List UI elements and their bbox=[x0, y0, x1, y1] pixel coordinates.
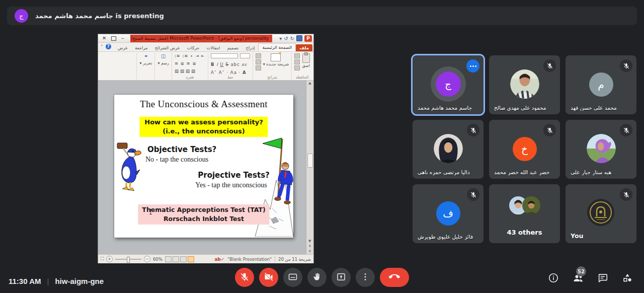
ppt-status-bar: ⛶ + − 60% ab✓ "Blank Presentation" شريحة… bbox=[98, 254, 313, 263]
text-cursor bbox=[150, 209, 151, 214]
pink-line-2: Rorschach Inkblot Test bbox=[142, 214, 265, 224]
zoom-out-button[interactable]: − bbox=[144, 256, 150, 262]
window-close-icon[interactable]: ✕ bbox=[102, 36, 106, 41]
help-icon[interactable]: ? bbox=[106, 44, 111, 49]
avatar bbox=[510, 69, 539, 99]
scroll-up-icon[interactable]: ▲ bbox=[308, 81, 311, 85]
clipboard-small-buttons[interactable] bbox=[294, 53, 300, 70]
next-slide-icon[interactable]: ⇟ bbox=[308, 249, 311, 253]
save-icon[interactable] bbox=[296, 35, 302, 41]
ppt-tab-6[interactable]: عرض الشرائح bbox=[151, 44, 184, 51]
scrollbar-thumb[interactable] bbox=[307, 154, 313, 168]
participant-tile[interactable]: ججاسم محمد هاشم محمد bbox=[413, 55, 484, 114]
present-button[interactable] bbox=[332, 268, 351, 287]
avatar-pair bbox=[509, 196, 540, 216]
slide-canvas[interactable]: The Unconscious & Assessment How can we … bbox=[114, 95, 293, 238]
slides-small-buttons[interactable] bbox=[256, 53, 261, 70]
yellow-line-1: How can we assess personality? bbox=[144, 118, 263, 127]
layout-icon[interactable] bbox=[256, 53, 261, 58]
mic-off-button[interactable] bbox=[235, 268, 254, 287]
previous-slide-icon[interactable]: ⇞ bbox=[308, 244, 311, 248]
mic-off-indicator bbox=[543, 59, 556, 72]
ppt-tab-1[interactable]: الصفحة الرئيسية bbox=[258, 43, 296, 51]
vertical-scrollbar[interactable]: ▲ ▼ ⇞ ⇟ bbox=[306, 81, 313, 254]
mic-off-indicator bbox=[620, 124, 632, 136]
participant-tile[interactable]: محمود علي مهدي صالح bbox=[489, 55, 560, 114]
minimize-ribbon-icon[interactable]: ⌃ bbox=[100, 44, 104, 49]
format-painter-icon[interactable] bbox=[294, 65, 300, 70]
new-slide-icon bbox=[271, 53, 281, 61]
ppt-tab-7[interactable]: مراجعة bbox=[131, 44, 151, 51]
ppt-tab-0[interactable]: ملف bbox=[296, 44, 312, 51]
participant-name: جاسم محمد هاشم محمد bbox=[418, 105, 472, 111]
paragraph-group[interactable]: ⁝≡ ⁝≡ ∙ ⇥ ⇤ ≡ ≣ ≡ ≣ ▤▤▤▤ فقرة bbox=[172, 53, 208, 80]
ppt-tab-8[interactable]: عرض bbox=[114, 44, 131, 51]
spellcheck-icon[interactable]: ab✓ bbox=[214, 257, 224, 262]
zoom-slider[interactable] bbox=[115, 259, 141, 260]
scroll-down-icon[interactable]: ▼ bbox=[308, 239, 311, 243]
window-maximize-icon[interactable] bbox=[111, 36, 116, 41]
find-binoculars-icon: ⚭ bbox=[144, 53, 148, 59]
sorter-view-icon[interactable] bbox=[180, 256, 187, 262]
edit-button[interactable]: تحرير ▾ bbox=[139, 61, 152, 65]
footer-panels: 52 bbox=[547, 273, 633, 285]
window-minimize-icon[interactable]: – bbox=[121, 36, 124, 41]
reset-icon[interactable] bbox=[256, 59, 261, 64]
participant-tile[interactable]: ممحمد علي حسن فهد bbox=[566, 55, 636, 114]
participant-tile[interactable]: داليا مرتضى حمزه ناهي bbox=[413, 120, 484, 179]
new-slide-button[interactable]: شريحة جديدة ▾ bbox=[263, 53, 289, 66]
quick-access-toolbar[interactable]: ▾ ↺ ↻ P bbox=[279, 35, 312, 42]
participant-tile[interactable]: هبه ستار جبار علي bbox=[566, 120, 636, 179]
participant-tile[interactable]: 43 others bbox=[489, 184, 560, 243]
leave-call-button[interactable] bbox=[380, 268, 409, 287]
qat-dropdown-icon[interactable]: ▾ bbox=[279, 36, 282, 41]
chat-panel-button[interactable] bbox=[597, 273, 609, 285]
call-controls bbox=[235, 268, 409, 287]
ppt-tab-3[interactable]: تصميم bbox=[224, 44, 243, 51]
ppt-tab-4[interactable]: انتقالات bbox=[203, 44, 223, 51]
participant-name: داليا مرتضى حمزه ناهي bbox=[418, 169, 470, 175]
edit-label: تحرير ▾ bbox=[139, 61, 152, 65]
participant-tile[interactable]: خخضر عبد الله خضر محمد bbox=[489, 120, 560, 179]
redo-icon[interactable]: ↻ bbox=[290, 36, 294, 41]
ppt-tab-2[interactable]: إدراج bbox=[242, 44, 258, 51]
others-count-label: 43 others bbox=[489, 229, 560, 236]
raise-hand-button[interactable] bbox=[307, 268, 327, 287]
people-panel-button[interactable]: 52 bbox=[572, 273, 584, 285]
fit-to-window-icon[interactable]: ⛶ bbox=[101, 256, 104, 262]
paste-button[interactable]: اصق bbox=[302, 53, 310, 68]
section-icon[interactable] bbox=[256, 65, 261, 70]
slide-edit-area: The Unconscious & Assessment How can we … bbox=[98, 81, 313, 254]
captions-button[interactable] bbox=[283, 268, 302, 287]
ribbon-help-area[interactable]: ⌃ ? bbox=[100, 44, 111, 49]
participant-tile[interactable]: ففائز خليل عليوي طويرش bbox=[413, 184, 484, 243]
font-group[interactable]: B I U S abc AV A˄ A˅ · Aa · A خط bbox=[208, 53, 253, 80]
activities-icon bbox=[622, 272, 633, 285]
theme-name: "Blank Presentation" bbox=[227, 257, 272, 262]
ppt-ribbon: اصق الحافظة شريحة جديدة ▾ شرائح B bbox=[98, 52, 313, 81]
more-options-button[interactable] bbox=[356, 268, 375, 287]
activities-button[interactable] bbox=[621, 273, 633, 285]
speaking-ring: ج bbox=[431, 66, 466, 102]
draw-button[interactable]: رسم ▾ bbox=[157, 61, 169, 65]
undo-icon[interactable]: ↺ bbox=[284, 36, 288, 41]
camera-off-button[interactable] bbox=[259, 268, 278, 287]
zoom-in-button[interactable]: + bbox=[106, 256, 113, 262]
normal-view-icon[interactable] bbox=[188, 256, 194, 262]
tile-more-options-button[interactable] bbox=[466, 59, 479, 72]
copy-icon[interactable] bbox=[294, 59, 300, 64]
view-buttons[interactable] bbox=[165, 256, 194, 262]
objective-tests-answer: No - tap the conscious bbox=[145, 156, 208, 164]
zoom-slider-thumb[interactable] bbox=[127, 257, 130, 263]
participant-name: محمد علي حسن فهد bbox=[571, 105, 617, 111]
avatar: ج bbox=[436, 71, 461, 97]
cut-icon[interactable] bbox=[294, 53, 300, 58]
ppt-tab-5[interactable]: حركات bbox=[184, 44, 203, 51]
participant-name: فائز خليل عليوي طويرش bbox=[418, 234, 473, 240]
slideshow-view-icon[interactable] bbox=[165, 256, 172, 262]
reading-view-icon[interactable] bbox=[173, 256, 179, 262]
footer-meeting-info: 11:30 AM | hiw-aigm-gne bbox=[9, 277, 104, 285]
shared-powerpoint-window: ✕ – personality [وضع التوافق] - Microsof… bbox=[98, 34, 313, 263]
meeting-details-button[interactable] bbox=[547, 273, 559, 285]
participant-tile[interactable]: You bbox=[566, 184, 636, 243]
